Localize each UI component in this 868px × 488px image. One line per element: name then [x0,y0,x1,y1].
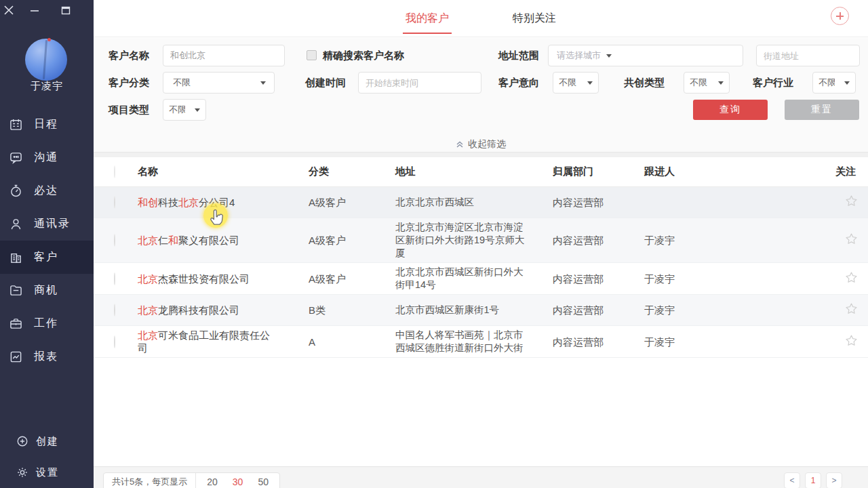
sidebar-item-通讯录[interactable]: 通讯录 [0,207,94,241]
chevron-down-icon [718,81,724,85]
building-icon [9,251,22,264]
customer-name-link[interactable]: 北京龙腾科技有限公司 [138,304,309,317]
window-controls [0,4,94,19]
sidebar-item-创建[interactable]: 创建 [0,426,94,457]
sidebar-item-label: 报表 [34,350,58,364]
current-page-button[interactable]: 1 [805,472,821,488]
customer-category-label: 客户分类 [108,72,149,94]
table-row[interactable]: 北京龙腾科技有限公司B类北京市西城区新康街1号内容运营部于凌宇 [94,295,868,326]
page-size-20[interactable]: 20 [207,476,218,487]
co-creation-type-label: 共创类型 [624,72,665,94]
query-button[interactable]: 查询 [693,100,768,120]
tab-bar: 我的客户 特别关注 [94,0,868,37]
avatar-notification-dot [47,38,51,41]
customer-name-link[interactable]: 北京可米食品工业有限责任公司 [138,329,309,354]
project-type-select[interactable]: 不限 [163,99,206,121]
customer-intent-select[interactable]: 不限 [553,72,599,94]
row-select-radio[interactable] [114,196,115,209]
co-creation-type-select[interactable]: 不限 [684,72,730,94]
customer-name-link[interactable]: 北京仁和聚义有限公司 [138,234,309,247]
sidebar-item-必达[interactable]: 必达 [0,174,94,207]
page-size-30[interactable]: 30 [233,476,243,487]
address-cell: 北京北京市西城区新街口外大街甲14号 [395,266,553,291]
department-cell: 内容运营部 [553,304,644,317]
star-icon[interactable] [844,270,859,287]
customer-intent-value: 不限 [559,77,576,89]
plus-circle-icon [16,435,28,447]
maximize-icon[interactable] [60,4,73,16]
sidebar-item-设置[interactable]: 设置 [0,457,94,488]
collapse-filters-toggle[interactable]: 收起筛选 [94,137,868,152]
chevron-down-icon [587,81,593,85]
city-select-placeholder: 请选择城市 [557,49,601,62]
search-highlight: 北京 [138,304,158,316]
table-row[interactable]: 北京可米食品工业有限责任公司A中国名人将军书画苑｜北京市西城区德胜街道新街口外大… [94,326,868,358]
exact-search-checkbox[interactable] [307,50,317,60]
customer-name-link[interactable]: 北京杰森世投资有限公司 [138,272,309,285]
chevron-down-icon [844,81,850,85]
star-icon[interactable] [844,333,859,350]
add-customer-button[interactable] [831,7,849,25]
reset-button[interactable]: 重置 [785,100,859,120]
tab-my-customers[interactable]: 我的客户 [404,7,450,30]
customer-intent-label: 客户意向 [498,72,539,94]
search-highlight: 和创 [138,197,158,208]
sidebar-item-客户[interactable]: 客户 [0,241,94,274]
sidebar-item-label: 日程 [34,117,58,131]
sidebar-item-label: 创建 [36,435,59,448]
customer-category-select[interactable]: 不限 [163,72,275,94]
follower-cell: 于凌宇 [644,336,746,348]
tab-special-follow[interactable]: 特别关注 [511,7,557,30]
column-header-follow: 关注 [746,165,868,178]
sidebar-item-label: 工作 [34,317,58,331]
chat-icon [9,151,22,165]
city-select[interactable]: 请选择城市 [548,45,743,66]
row-select-radio[interactable] [114,336,115,348]
hand-cursor-icon [208,209,225,229]
column-header-follower: 跟进人 [644,165,746,178]
customer-name-input[interactable] [163,45,285,66]
star-icon[interactable] [844,232,859,249]
sidebar-item-报表[interactable]: 报表 [0,340,94,373]
row-select-radio[interactable] [114,272,115,285]
page-size-options: 203050 [196,476,279,487]
sidebar-item-日程[interactable]: 日程 [0,108,94,141]
category-cell: A级客户 [309,272,395,285]
table-header: 名称 分类 地址 归属部门 跟进人 关注 [94,157,868,187]
chevron-down-icon [260,81,266,85]
follower-cell: 于凌宇 [644,234,746,247]
sidebar: 于凌宇 日程沟通必达通讯录客户商机工作报表 创建设置 [0,0,94,488]
sidebar-item-工作[interactable]: 工作 [0,307,94,340]
minimize-icon[interactable] [28,4,42,16]
chevron-down-icon [195,108,200,112]
follow-cell [746,232,868,249]
category-cell: B类 [309,304,395,317]
category-cell: A级客户 [309,234,395,247]
prev-page-button[interactable]: < [784,472,800,488]
row-select-radio[interactable] [114,304,115,317]
table-row[interactable]: 北京杰森世投资有限公司A级客户北京北京市西城区新街口外大街甲14号内容运营部于凌… [94,263,868,295]
pager: < 1 > [784,472,842,488]
search-highlight: 北京 [138,235,158,246]
customer-table: 名称 分类 地址 归属部门 跟进人 关注 和创科技北京分公司4A级客户北京北京市… [94,157,868,358]
row-select-cell [94,304,138,317]
star-icon[interactable] [844,302,859,319]
create-time-input[interactable] [358,72,481,94]
close-icon[interactable] [3,4,16,16]
address-cell: 北京北京市海淀区北京市海淀区新街口外大街路19号京师大厦 [395,221,553,260]
avatar[interactable] [25,39,67,81]
page-size-50[interactable]: 50 [258,476,269,487]
department-cell: 内容运营部 [553,196,644,209]
sidebar-menu: 日程沟通必达通讯录客户商机工作报表 [0,108,94,373]
follow-cell [746,302,868,319]
sidebar-item-沟通[interactable]: 沟通 [0,141,94,174]
row-select-radio[interactable] [114,234,115,247]
select-all-radio[interactable] [114,165,115,178]
street-address-input[interactable] [756,45,860,66]
next-page-button[interactable]: > [826,472,842,488]
row-select-cell [94,272,138,285]
customer-industry-select[interactable]: 不限 [812,72,856,94]
sidebar-item-商机[interactable]: 商机 [0,274,94,307]
calendar-icon [9,118,22,131]
star-icon[interactable] [844,194,859,211]
